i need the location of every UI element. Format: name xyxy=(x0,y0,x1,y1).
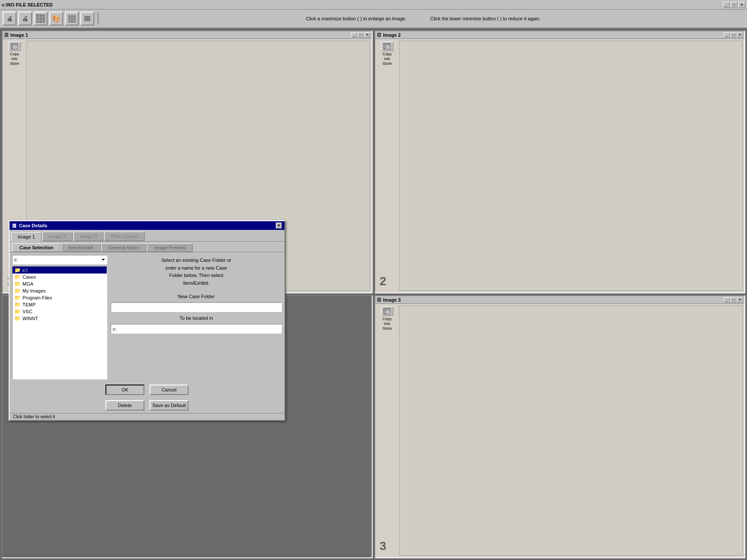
panel1-maximize[interactable]: □ xyxy=(358,32,364,38)
case-details-dialog: 🖼 Case Details ✕ Image 1 Image 2 Image 3… xyxy=(9,220,285,421)
folder-icon-root: 📁 xyxy=(14,267,21,273)
dialog-status-text: Click folder to select it xyxy=(13,414,55,419)
panel3-close[interactable]: ✕ xyxy=(737,297,743,302)
folder-item-myimages[interactable]: 📁 My Images xyxy=(13,287,107,294)
folder-name-winnt: WINNT xyxy=(22,316,38,321)
panel3-title-bar: 🖼 Image 3 _ □ ✕ xyxy=(375,296,744,304)
panel2-title-bar: 🖼 Image 2 _ □ ✕ xyxy=(375,31,744,39)
subtab-case-selection[interactable]: Case Selection xyxy=(12,243,61,252)
dialog-close-btn[interactable]: ✕ xyxy=(276,223,282,229)
panel1-title: Image 1 xyxy=(10,32,28,38)
new-case-folder-input[interactable] xyxy=(111,302,282,312)
location-input[interactable] xyxy=(111,324,282,334)
folder-name-cases: Cases xyxy=(22,274,36,280)
image-panel-2: 🖼 Image 2 _ □ ✕ CopyintoStore 2 xyxy=(374,30,745,293)
dialog-title: Case Details xyxy=(19,223,47,228)
printer2-btn[interactable]: 🖨 xyxy=(18,12,32,25)
panel2-copy-store-btn[interactable]: CopyintoStore xyxy=(375,39,399,293)
panel3-maximize[interactable]: □ xyxy=(730,297,736,302)
ok-button[interactable]: OK xyxy=(105,385,144,395)
svg-rect-5 xyxy=(385,310,390,314)
dialog-status-bar: Click folder to select it xyxy=(10,413,284,420)
panel1-controls: _ □ ✕ xyxy=(351,32,370,38)
color-btn[interactable]: 🎨 xyxy=(49,12,63,25)
folder-name-mga: MGA xyxy=(22,281,33,286)
toolbar-separator xyxy=(98,13,99,25)
location-label: To be located in xyxy=(111,315,282,321)
panel3-title: Image 3 xyxy=(383,297,401,302)
folder-list[interactable]: 📁 c:\ 📁 Cases 📁 MGA 📁 My Images xyxy=(12,266,107,379)
folder-item-temp[interactable]: 📁 TEMP xyxy=(13,301,107,308)
cancel-button[interactable]: Cancel xyxy=(150,385,188,395)
folder-name-programfiles: Program Files xyxy=(22,295,52,300)
drive-dropdown[interactable]: c: xyxy=(12,255,107,264)
subtab-general-notes[interactable]: General Notes xyxy=(101,243,147,252)
grid2-btn[interactable] xyxy=(65,12,79,25)
panel3-copy-icon xyxy=(381,306,393,316)
svg-rect-1 xyxy=(13,45,18,49)
panel2-minimize[interactable]: _ xyxy=(724,32,730,38)
dialog-right-panel: Select an existing Case Folder or enter … xyxy=(111,255,282,379)
panel3-copy-label: CopyintoStore xyxy=(383,317,392,331)
svg-rect-3 xyxy=(385,45,390,49)
panel2-content: CopyintoStore 2 xyxy=(375,39,744,293)
folder-icon-vsc: 📁 xyxy=(14,309,21,315)
panel2-number: 2 xyxy=(380,274,386,288)
toolbar-hint: Click a maximize button ( ) to enlarge a… xyxy=(102,16,744,21)
drive-dropdown-arrow xyxy=(102,259,105,262)
folder-icon-winnt: 📁 xyxy=(14,315,21,321)
panel2-icon: 🖼 xyxy=(377,32,381,37)
tab-image1[interactable]: Image 1 xyxy=(11,232,42,242)
panel1-title-bar: 🖼 Image 1 _ □ ✕ xyxy=(3,31,372,39)
dialog-content: Case Selection Item/Exhibit General Note… xyxy=(10,241,284,420)
main-toolbar: 🖨 🖨 🎨 Click a maximize button ( ) to enl… xyxy=(0,10,747,29)
panel2-maximize[interactable]: □ xyxy=(730,32,736,38)
subtab-item-exhibit[interactable]: Item/Exhibit xyxy=(61,243,100,252)
panel3-content: CopyintoStore 3 xyxy=(375,304,744,557)
panel3-icon: 🖼 xyxy=(377,297,381,302)
maximize-btn[interactable]: □ xyxy=(731,2,737,8)
panel2-copy-icon xyxy=(381,41,393,51)
folder-item-programfiles[interactable]: 📁 Program Files xyxy=(13,294,107,301)
panel1-minimize[interactable]: _ xyxy=(351,32,357,38)
dialog-subtabs: Case Selection Item/Exhibit General Note… xyxy=(10,242,284,252)
panel1-close[interactable]: ✕ xyxy=(364,32,370,38)
panel3-controls: _ □ ✕ xyxy=(724,297,743,302)
tab-print-options[interactable]: Print Options xyxy=(104,232,145,241)
panel2-title: Image 2 xyxy=(383,32,401,38)
dialog-title-icon: 🖼 xyxy=(12,223,16,228)
folder-icon-cases: 📁 xyxy=(14,274,21,280)
image-panel-3: 🖼 Image 3 _ □ ✕ CopyintoStore 3 xyxy=(374,295,745,558)
delete-button[interactable]: Delete xyxy=(105,400,144,410)
folder-item-vsc[interactable]: 📁 VSC xyxy=(13,308,107,315)
folder-item-cases[interactable]: 📁 Cases xyxy=(13,274,107,280)
title-bar-controls: _ □ ✕ xyxy=(723,2,745,8)
app-title: c:\NO FILE SELECTED xyxy=(2,2,53,7)
print-btn[interactable]: 🖨 xyxy=(3,12,16,25)
panel3-minimize[interactable]: _ xyxy=(724,297,730,302)
panel1-icon: 🖼 xyxy=(4,32,9,37)
square-btn[interactable] xyxy=(80,12,94,25)
folder-name-root: c:\ xyxy=(22,267,28,273)
folder-icon-programfiles: 📁 xyxy=(14,295,21,301)
folder-icon-myimages: 📁 xyxy=(14,288,21,294)
tab-image2[interactable]: Image 2 xyxy=(42,232,73,241)
minimize-btn[interactable]: _ xyxy=(723,2,730,8)
close-btn[interactable]: ✕ xyxy=(738,2,745,8)
save-default-button[interactable]: Save as Default xyxy=(150,400,188,410)
panel2-close[interactable]: ✕ xyxy=(737,32,743,38)
dialog-left-panel: c: 📁 c:\ 📁 Cases 📁 MGA xyxy=(12,255,107,379)
panel3-copy-store-btn[interactable]: CopyintoStore xyxy=(375,304,399,557)
subtab-image-preview[interactable]: Image Preview xyxy=(147,243,193,252)
new-case-folder-label: New Case Folder xyxy=(111,294,282,299)
grid-btn[interactable] xyxy=(34,12,48,25)
dialog-buttons-row2: Delete Save as Default xyxy=(10,398,284,413)
folder-name-vsc: VSC xyxy=(22,309,32,314)
folder-item-winnt[interactable]: 📁 WINNT xyxy=(13,315,107,322)
instruction-text: Select an existing Case Folder or enter … xyxy=(111,255,282,289)
folder-item-mga[interactable]: 📁 MGA xyxy=(13,280,107,287)
tab-image3[interactable]: Image 3 xyxy=(73,232,104,241)
folder-icon-temp: 📁 xyxy=(14,302,21,308)
folder-item-root[interactable]: 📁 c:\ xyxy=(13,267,107,274)
dialog-buttons-row1: OK Cancel xyxy=(10,382,284,398)
